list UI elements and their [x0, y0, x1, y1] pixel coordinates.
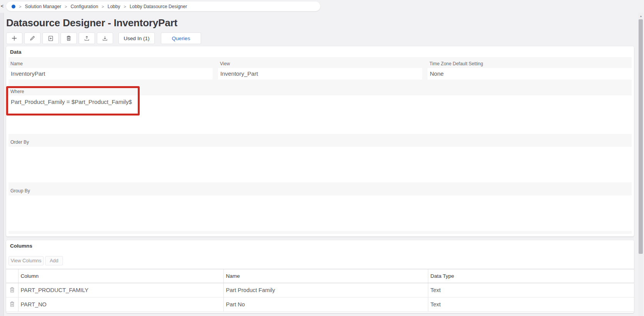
breadcrumb-separator: > [101, 4, 104, 9]
breadcrumb-item-lobby-datasource-designer: Lobby Datasource Designer [130, 4, 187, 9]
trash-column-header [6, 269, 18, 283]
order-by-textarea[interactable] [8, 147, 632, 182]
time-zone-field-group: Time Zone Default Setting None [428, 57, 632, 80]
cell-column: PART_PRODUCT_FAMILY [18, 283, 223, 297]
edit-button[interactable] [24, 32, 41, 44]
plus-icon [12, 36, 17, 41]
highlight-rectangle [6, 86, 140, 116]
copy-button[interactable] [42, 32, 59, 44]
data-fields-panel: Name InventoryPart View Inventory_Part T… [8, 57, 632, 234]
cell-name: Part No [223, 297, 428, 312]
app-dot-icon [12, 5, 15, 8]
cell-data-type: Text [428, 283, 634, 297]
time-zone-field-label: Time Zone Default Setting [429, 61, 632, 66]
breadcrumb-separator: > [65, 4, 67, 9]
name-field-label: Name [10, 61, 213, 66]
breadcrumb-separator: > [19, 4, 21, 9]
group-by-textarea[interactable] [8, 195, 632, 231]
breadcrumb-item-configuration[interactable]: Configuration [71, 4, 98, 9]
page-title: Datasource Designer - InventoryPart [6, 17, 177, 29]
trash-icon [10, 287, 15, 293]
table-row: PART_PRODUCT_FAMILY Part Product Family … [6, 283, 634, 297]
cell-name: Part Product Family [223, 283, 428, 297]
group-by-label: Group By [10, 188, 30, 194]
add-button[interactable] [6, 32, 22, 44]
columns-table: Column Name Data Type PART_PRODUCT_FAMIL… [6, 269, 634, 312]
breadcrumb-separator: > [123, 4, 126, 9]
pencil-icon [30, 36, 35, 41]
toolbar: Used In (1) Queries [6, 32, 201, 44]
trash-icon [66, 36, 71, 41]
used-in-button[interactable]: Used In (1) [118, 32, 155, 44]
queries-button[interactable]: Queries [161, 32, 201, 44]
copy-document-icon [48, 36, 53, 41]
scroll-up-arrow-icon[interactable]: ▲ [639, 14, 643, 19]
breadcrumb-item-lobby[interactable]: Lobby [108, 4, 120, 9]
data-section-title: Data [10, 49, 21, 55]
view-field-label: View [220, 61, 422, 66]
upload-icon [84, 36, 90, 41]
name-field-group: Name InventoryPart [8, 57, 213, 80]
scrollbar-thumb[interactable] [639, 19, 643, 254]
download-icon [102, 36, 108, 41]
time-zone-field[interactable]: None [428, 68, 632, 80]
columns-section: Columns View Columns Add Column Name Dat… [6, 240, 634, 313]
add-column-button[interactable]: Add [45, 256, 63, 265]
collapse-chevron-icon[interactable]: < [0, 3, 4, 10]
cell-delete [6, 297, 18, 312]
column-header-column: Column [18, 269, 223, 283]
data-section: Data Name InventoryPart View Inventory_P… [6, 46, 634, 236]
view-field-group: View Inventory_Part [218, 57, 422, 80]
table-row: PART_NO Part No Text [6, 297, 634, 312]
cell-data-type: Text [428, 297, 634, 312]
table-header-row: Column Name Data Type [6, 269, 634, 283]
breadcrumb: > Solution Manager > Configuration > Lob… [6, 2, 320, 11]
cell-delete [6, 283, 18, 297]
delete-button[interactable] [61, 32, 77, 44]
breadcrumb-item-solution-manager[interactable]: Solution Manager [25, 4, 61, 9]
name-field[interactable]: InventoryPart [8, 68, 213, 80]
delete-row-button[interactable] [10, 301, 15, 308]
view-field[interactable]: Inventory_Part [218, 68, 422, 80]
download-button[interactable] [97, 32, 113, 44]
cell-column: PART_NO [18, 297, 223, 312]
trash-icon [10, 301, 15, 307]
column-header-data-type: Data Type [428, 269, 634, 283]
upload-button[interactable] [79, 32, 95, 44]
view-columns-button[interactable]: View Columns [8, 256, 44, 265]
columns-section-title: Columns [10, 243, 32, 249]
field-row: Name InventoryPart View Inventory_Part T… [8, 57, 632, 80]
column-header-name: Name [223, 269, 428, 283]
delete-row-button[interactable] [10, 286, 15, 294]
collapsed-nav-strip [0, 13, 4, 316]
order-by-label: Order By [10, 139, 29, 145]
